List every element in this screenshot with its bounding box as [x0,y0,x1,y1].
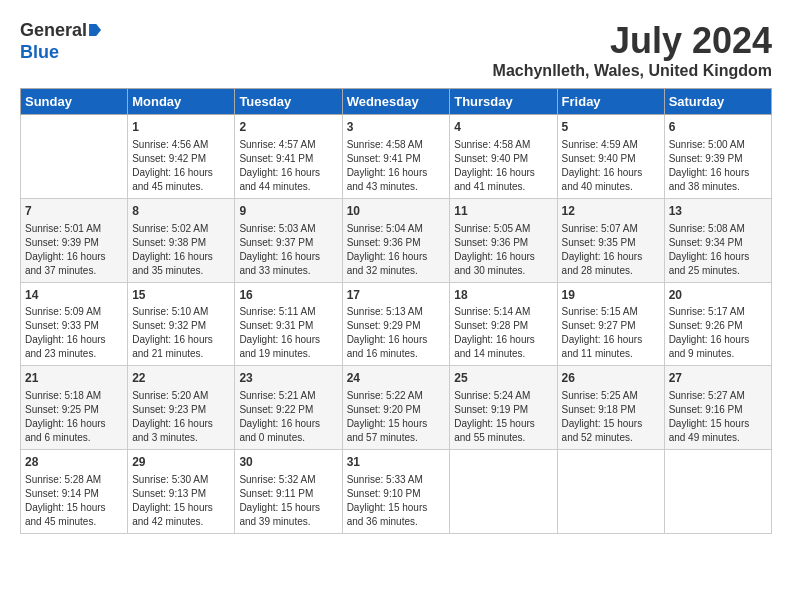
calendar-cell: 16Sunrise: 5:11 AM Sunset: 9:31 PM Dayli… [235,282,342,366]
day-number: 18 [454,287,552,304]
calendar-cell: 1Sunrise: 4:56 AM Sunset: 9:42 PM Daylig… [128,115,235,199]
header-cell-wednesday: Wednesday [342,89,450,115]
calendar-cell: 8Sunrise: 5:02 AM Sunset: 9:38 PM Daylig… [128,198,235,282]
calendar-cell: 18Sunrise: 5:14 AM Sunset: 9:28 PM Dayli… [450,282,557,366]
day-number: 12 [562,203,660,220]
logo: General Blue [20,20,101,63]
calendar-cell: 10Sunrise: 5:04 AM Sunset: 9:36 PM Dayli… [342,198,450,282]
day-number: 3 [347,119,446,136]
week-row-1: 1Sunrise: 4:56 AM Sunset: 9:42 PM Daylig… [21,115,772,199]
cell-info: Sunrise: 5:00 AM Sunset: 9:39 PM Dayligh… [669,138,767,194]
logo-line2: Blue [20,42,101,64]
cell-info: Sunrise: 5:13 AM Sunset: 9:29 PM Dayligh… [347,305,446,361]
cell-info: Sunrise: 5:17 AM Sunset: 9:26 PM Dayligh… [669,305,767,361]
cell-info: Sunrise: 5:08 AM Sunset: 9:34 PM Dayligh… [669,222,767,278]
day-number: 7 [25,203,123,220]
header-cell-tuesday: Tuesday [235,89,342,115]
cell-info: Sunrise: 4:58 AM Sunset: 9:41 PM Dayligh… [347,138,446,194]
logo-line1: General [20,20,101,42]
logo-arrow-icon [89,24,101,36]
day-number: 25 [454,370,552,387]
day-number: 15 [132,287,230,304]
cell-info: Sunrise: 5:05 AM Sunset: 9:36 PM Dayligh… [454,222,552,278]
cell-info: Sunrise: 5:27 AM Sunset: 9:16 PM Dayligh… [669,389,767,445]
header-row: SundayMondayTuesdayWednesdayThursdayFrid… [21,89,772,115]
day-number: 9 [239,203,337,220]
day-number: 14 [25,287,123,304]
page-header: General Blue July 2024 Machynlleth, Wale… [20,20,772,80]
calendar-cell [21,115,128,199]
calendar-cell: 23Sunrise: 5:21 AM Sunset: 9:22 PM Dayli… [235,366,342,450]
cell-info: Sunrise: 5:33 AM Sunset: 9:10 PM Dayligh… [347,473,446,529]
header-cell-saturday: Saturday [664,89,771,115]
day-number: 13 [669,203,767,220]
day-number: 17 [347,287,446,304]
calendar-cell: 17Sunrise: 5:13 AM Sunset: 9:29 PM Dayli… [342,282,450,366]
cell-info: Sunrise: 5:30 AM Sunset: 9:13 PM Dayligh… [132,473,230,529]
subtitle: Machynlleth, Wales, United Kingdom [493,62,772,80]
day-number: 28 [25,454,123,471]
cell-info: Sunrise: 5:14 AM Sunset: 9:28 PM Dayligh… [454,305,552,361]
calendar-cell: 3Sunrise: 4:58 AM Sunset: 9:41 PM Daylig… [342,115,450,199]
day-number: 10 [347,203,446,220]
calendar-cell: 24Sunrise: 5:22 AM Sunset: 9:20 PM Dayli… [342,366,450,450]
calendar-cell: 5Sunrise: 4:59 AM Sunset: 9:40 PM Daylig… [557,115,664,199]
calendar-cell: 26Sunrise: 5:25 AM Sunset: 9:18 PM Dayli… [557,366,664,450]
main-title: July 2024 [493,20,772,62]
day-number: 29 [132,454,230,471]
cell-info: Sunrise: 5:02 AM Sunset: 9:38 PM Dayligh… [132,222,230,278]
day-number: 31 [347,454,446,471]
cell-info: Sunrise: 5:01 AM Sunset: 9:39 PM Dayligh… [25,222,123,278]
calendar-cell [557,450,664,534]
header-cell-friday: Friday [557,89,664,115]
calendar-cell: 15Sunrise: 5:10 AM Sunset: 9:32 PM Dayli… [128,282,235,366]
day-number: 21 [25,370,123,387]
day-number: 22 [132,370,230,387]
cell-info: Sunrise: 5:09 AM Sunset: 9:33 PM Dayligh… [25,305,123,361]
calendar-cell: 22Sunrise: 5:20 AM Sunset: 9:23 PM Dayli… [128,366,235,450]
calendar-cell: 6Sunrise: 5:00 AM Sunset: 9:39 PM Daylig… [664,115,771,199]
day-number: 1 [132,119,230,136]
calendar-cell: 29Sunrise: 5:30 AM Sunset: 9:13 PM Dayli… [128,450,235,534]
calendar-cell: 25Sunrise: 5:24 AM Sunset: 9:19 PM Dayli… [450,366,557,450]
week-row-4: 21Sunrise: 5:18 AM Sunset: 9:25 PM Dayli… [21,366,772,450]
cell-info: Sunrise: 5:24 AM Sunset: 9:19 PM Dayligh… [454,389,552,445]
week-row-2: 7Sunrise: 5:01 AM Sunset: 9:39 PM Daylig… [21,198,772,282]
cell-info: Sunrise: 5:07 AM Sunset: 9:35 PM Dayligh… [562,222,660,278]
calendar-cell [450,450,557,534]
cell-info: Sunrise: 5:11 AM Sunset: 9:31 PM Dayligh… [239,305,337,361]
calendar-cell: 30Sunrise: 5:32 AM Sunset: 9:11 PM Dayli… [235,450,342,534]
calendar-cell: 12Sunrise: 5:07 AM Sunset: 9:35 PM Dayli… [557,198,664,282]
day-number: 5 [562,119,660,136]
title-block: July 2024 Machynlleth, Wales, United Kin… [493,20,772,80]
week-row-5: 28Sunrise: 5:28 AM Sunset: 9:14 PM Dayli… [21,450,772,534]
cell-info: Sunrise: 5:03 AM Sunset: 9:37 PM Dayligh… [239,222,337,278]
day-number: 30 [239,454,337,471]
calendar-cell: 19Sunrise: 5:15 AM Sunset: 9:27 PM Dayli… [557,282,664,366]
day-number: 16 [239,287,337,304]
day-number: 27 [669,370,767,387]
calendar-cell: 2Sunrise: 4:57 AM Sunset: 9:41 PM Daylig… [235,115,342,199]
cell-info: Sunrise: 5:32 AM Sunset: 9:11 PM Dayligh… [239,473,337,529]
calendar-cell: 14Sunrise: 5:09 AM Sunset: 9:33 PM Dayli… [21,282,128,366]
calendar-cell: 27Sunrise: 5:27 AM Sunset: 9:16 PM Dayli… [664,366,771,450]
cell-info: Sunrise: 5:15 AM Sunset: 9:27 PM Dayligh… [562,305,660,361]
cell-info: Sunrise: 5:20 AM Sunset: 9:23 PM Dayligh… [132,389,230,445]
cell-info: Sunrise: 5:10 AM Sunset: 9:32 PM Dayligh… [132,305,230,361]
cell-info: Sunrise: 5:22 AM Sunset: 9:20 PM Dayligh… [347,389,446,445]
calendar-cell: 13Sunrise: 5:08 AM Sunset: 9:34 PM Dayli… [664,198,771,282]
calendar-cell: 28Sunrise: 5:28 AM Sunset: 9:14 PM Dayli… [21,450,128,534]
calendar-cell: 31Sunrise: 5:33 AM Sunset: 9:10 PM Dayli… [342,450,450,534]
cell-info: Sunrise: 5:25 AM Sunset: 9:18 PM Dayligh… [562,389,660,445]
calendar-cell: 9Sunrise: 5:03 AM Sunset: 9:37 PM Daylig… [235,198,342,282]
day-number: 6 [669,119,767,136]
calendar-cell: 7Sunrise: 5:01 AM Sunset: 9:39 PM Daylig… [21,198,128,282]
header-cell-sunday: Sunday [21,89,128,115]
header-cell-thursday: Thursday [450,89,557,115]
cell-info: Sunrise: 5:18 AM Sunset: 9:25 PM Dayligh… [25,389,123,445]
header-cell-monday: Monday [128,89,235,115]
day-number: 8 [132,203,230,220]
cell-info: Sunrise: 5:04 AM Sunset: 9:36 PM Dayligh… [347,222,446,278]
day-number: 20 [669,287,767,304]
cell-info: Sunrise: 5:28 AM Sunset: 9:14 PM Dayligh… [25,473,123,529]
